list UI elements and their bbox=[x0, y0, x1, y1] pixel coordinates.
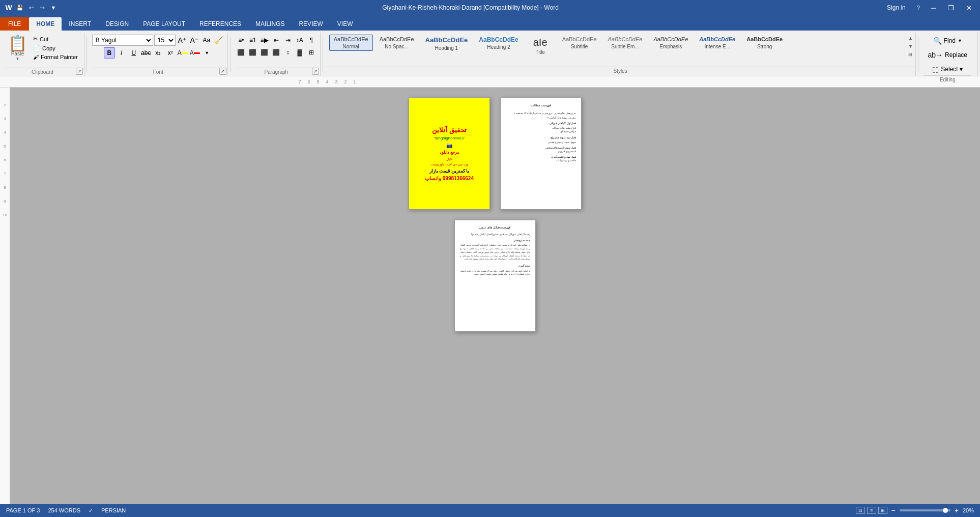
clipboard-expand[interactable]: ↗ bbox=[76, 68, 83, 75]
styles-scroll-down[interactable]: ▼ bbox=[906, 43, 914, 50]
bold-button[interactable]: B bbox=[104, 47, 115, 59]
tab-file[interactable]: FILE bbox=[0, 17, 29, 31]
shading-button[interactable]: ▓ bbox=[294, 47, 305, 58]
select-button[interactable]: ⬚ Select ▾ bbox=[928, 63, 967, 75]
style-subtitle-label: Subtitle bbox=[571, 44, 588, 49]
line-spacing-button[interactable]: ↕ bbox=[282, 47, 294, 58]
title-bar-left: W 💾 ↩ ↪ ▼ bbox=[4, 3, 58, 12]
align-center-button[interactable]: ⬛ bbox=[247, 47, 258, 58]
font-color-button[interactable]: A bbox=[189, 47, 200, 59]
font-color-dropdown[interactable]: ▼ bbox=[201, 47, 213, 59]
ruler-mark-1: 1 bbox=[350, 79, 359, 84]
page-2-line-11: خلاصه و پیشنهادات bbox=[506, 159, 576, 162]
page-3-conclusion-title: نتیجه گیری bbox=[460, 264, 530, 268]
zoom-in-button[interactable]: + bbox=[955, 506, 959, 514]
save-quickaccess[interactable]: 💾 bbox=[15, 3, 24, 12]
undo-quickaccess[interactable]: ↩ bbox=[26, 3, 36, 12]
replace-label: Replace bbox=[945, 51, 967, 59]
divider-2 bbox=[230, 37, 230, 72]
style-no-spacing[interactable]: AaBbCcDdEe No Spac... bbox=[375, 35, 419, 51]
word-icon: W bbox=[4, 3, 13, 12]
ruler-mark-5: 5 bbox=[313, 79, 323, 84]
find-dropdown: ▼ bbox=[958, 38, 962, 43]
multilevel-button[interactable]: ≡▶ bbox=[259, 35, 270, 46]
style-intense-em[interactable]: AaBbCcDdEe Intense E... bbox=[695, 35, 740, 51]
style-heading1[interactable]: AaBbCcDdEe Heading 1 bbox=[421, 35, 473, 52]
ad-website: Tahghighonline.ir bbox=[434, 136, 465, 140]
borders-button[interactable]: ⊞ bbox=[306, 47, 317, 58]
tab-pagelayout[interactable]: PAGE LAYOUT bbox=[136, 17, 192, 31]
font-expand[interactable]: ↗ bbox=[219, 68, 226, 75]
close-button[interactable]: ✕ bbox=[962, 3, 976, 13]
style-heading2[interactable]: AaBbCcDdEe Heading 2 bbox=[474, 35, 523, 51]
tab-home[interactable]: HOME bbox=[29, 17, 62, 31]
spell-check-icon[interactable]: ✓ bbox=[89, 507, 93, 514]
divider-1 bbox=[87, 37, 87, 72]
highlight-button[interactable]: A bbox=[177, 47, 188, 59]
minimize-button[interactable]: ─ bbox=[927, 3, 940, 13]
page-3[interactable]: فهرست شکل های درس ریشه گیاهان خوراکی، سا… bbox=[454, 220, 536, 332]
tab-view[interactable]: VIEW bbox=[330, 17, 360, 31]
tab-insert[interactable]: INSERT bbox=[62, 17, 98, 31]
font-name-select[interactable]: B Yagut bbox=[92, 35, 153, 46]
style-emphasis[interactable]: AaBbCcDdEe Emphasis bbox=[649, 35, 693, 51]
style-title[interactable]: aIe Title bbox=[525, 35, 556, 56]
decrease-indent-button[interactable]: ⇤ bbox=[271, 35, 282, 46]
zoom-thumb[interactable] bbox=[943, 508, 948, 513]
tab-design[interactable]: DESIGN bbox=[98, 17, 136, 31]
italic-button[interactable]: I bbox=[116, 47, 127, 59]
sign-in-button[interactable]: Sign in bbox=[883, 2, 910, 13]
align-right-button[interactable]: ⬛ bbox=[259, 47, 270, 58]
font-case-button[interactable]: Aa bbox=[201, 35, 212, 46]
document-canvas[interactable]: تحقیق آنلاین Tahghighonline.ir 📷 مرجع دا… bbox=[10, 88, 980, 504]
tab-review[interactable]: REVIEW bbox=[292, 17, 330, 31]
style-normal[interactable]: AaBbCcDdEe Normal bbox=[329, 35, 373, 51]
sort-button[interactable]: ↕A bbox=[294, 35, 305, 46]
superscript-button[interactable]: x² bbox=[165, 47, 176, 59]
left-ruler: 2 3 4 5 6 7 8 9 10 bbox=[0, 88, 10, 504]
help-button[interactable]: ? bbox=[914, 3, 923, 12]
find-button[interactable]: 🔍 Find ▼ bbox=[929, 35, 966, 47]
strikethrough-button[interactable]: abc bbox=[140, 47, 152, 59]
tab-references[interactable]: REFERENCES bbox=[192, 17, 248, 31]
zoom-slider[interactable] bbox=[900, 509, 950, 511]
bullets-button[interactable]: ≡• bbox=[236, 35, 247, 46]
paragraph-expand[interactable]: ↗ bbox=[312, 68, 319, 75]
style-subtitle[interactable]: AaBbCcDdEe Subtitle bbox=[558, 35, 601, 51]
paste-button[interactable]: 📋 Paste ▼ bbox=[5, 35, 30, 62]
justify-button[interactable]: ⬛ bbox=[271, 47, 282, 58]
style-strong[interactable]: AaBbCcDdEe Strong bbox=[742, 35, 787, 51]
ruler: 7 6 5 4 3 2 1 bbox=[0, 76, 980, 88]
format-painter-button[interactable]: 🖌 Format Painter bbox=[31, 53, 80, 61]
print-view-button[interactable]: ⊡ bbox=[856, 507, 865, 514]
more-quickaccess[interactable]: ▼ bbox=[49, 3, 58, 12]
styles-scroll-up[interactable]: ▲ bbox=[906, 35, 914, 42]
clear-format-button[interactable]: 🧹 bbox=[213, 35, 224, 46]
read-view-button[interactable]: ≡ bbox=[867, 507, 876, 514]
replace-button[interactable]: ab→ Replace bbox=[924, 49, 971, 61]
increase-indent-button[interactable]: ⇥ bbox=[282, 35, 294, 46]
show-marks-button[interactable]: ¶ bbox=[306, 35, 317, 46]
underline-button[interactable]: U bbox=[128, 47, 139, 59]
page-info: PAGE 1 OF 3 bbox=[6, 507, 40, 513]
zoom-level[interactable]: 20% bbox=[963, 507, 974, 513]
web-view-button[interactable]: ⊞ bbox=[878, 507, 887, 514]
copy-button[interactable]: 📄 Copy bbox=[31, 44, 80, 52]
subscript-button[interactable]: x₂ bbox=[153, 47, 164, 59]
style-subtle-em[interactable]: AaBbCcDdEe Subtle Em... bbox=[603, 35, 647, 51]
tab-mailings[interactable]: MAILINGS bbox=[248, 17, 292, 31]
page-2[interactable]: فهرست مطالب به پژوهش های تجربی، پرورشی و… bbox=[500, 98, 582, 210]
cut-button[interactable]: ✂ Cut bbox=[31, 35, 80, 43]
zoom-out-button[interactable]: − bbox=[891, 506, 896, 514]
ad-phone: 09981366624 واتساپ bbox=[425, 176, 474, 181]
language[interactable]: PERSIAN bbox=[101, 507, 126, 513]
align-left-button[interactable]: ⬛ bbox=[236, 47, 247, 58]
redo-quickaccess[interactable]: ↪ bbox=[38, 3, 47, 12]
font-size-select[interactable]: 15 bbox=[154, 35, 176, 46]
font-grow-button[interactable]: A⁺ bbox=[177, 35, 188, 46]
styles-expand[interactable]: ⊞ bbox=[906, 51, 914, 58]
font-shrink-button[interactable]: A⁻ bbox=[189, 35, 200, 46]
numbering-button[interactable]: ≡1 bbox=[247, 35, 258, 46]
page-1[interactable]: تحقیق آنلاین Tahghighonline.ir 📷 مرجع دا… bbox=[409, 98, 490, 210]
restore-button[interactable]: ❐ bbox=[944, 3, 958, 13]
